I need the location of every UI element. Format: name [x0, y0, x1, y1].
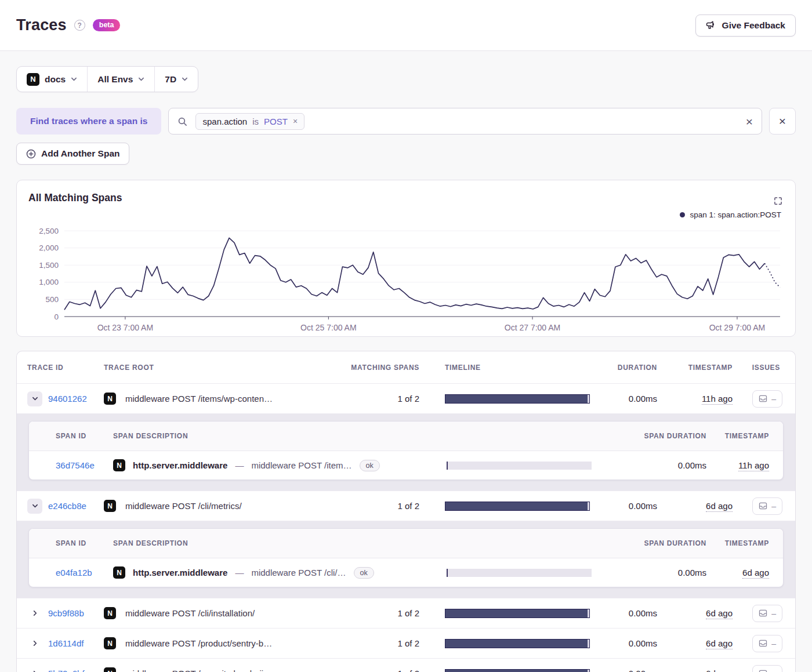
add-another-span-button[interactable]: Add Another Span	[16, 143, 129, 165]
traces-table: TRACE ID TRACE ROOT MATCHING SPANS TIMEL…	[16, 351, 796, 672]
nextjs-platform-icon	[113, 459, 125, 471]
table-header-row: TRACE ID TRACE ROOT MATCHING SPANS TIMEL…	[17, 351, 795, 383]
give-feedback-label: Give Feedback	[722, 20, 785, 31]
desc-separator: —	[235, 460, 244, 470]
span-row[interactable]: e04fa12b http.server.middleware — middle…	[29, 558, 783, 587]
trace-timeline-bar[interactable]	[445, 394, 590, 404]
matching-spans-count: 1 of 2	[303, 608, 419, 618]
span-timeline-bar[interactable]	[447, 569, 592, 577]
col-issues: ISSUES	[733, 364, 796, 372]
span-id-link[interactable]: e04fa12b	[56, 568, 92, 577]
issues-icon	[759, 639, 767, 648]
give-feedback-button[interactable]: Give Feedback	[695, 14, 796, 37]
trace-row[interactable]: 5b72a6bf middleware POST /security-legal…	[17, 658, 795, 672]
chevron-down-icon	[182, 76, 188, 82]
span-status-badge: ok	[354, 567, 374, 579]
chart-legend: span 1: span.action:POST	[680, 210, 781, 219]
span-description: middleware POST /item…	[251, 460, 351, 470]
trace-timestamp[interactable]: 6d ago	[706, 669, 733, 672]
expand-row-button[interactable]	[27, 666, 42, 672]
col-trace-root: TRACE ROOT	[104, 364, 303, 372]
issues-count-placeholder: –	[771, 639, 776, 648]
svg-text:Oct 27 7:00 AM: Oct 27 7:00 AM	[505, 323, 561, 332]
span-sub-table: SPAN ID SPAN DESCRIPTION SPAN DURATION T…	[28, 421, 784, 480]
trace-id-link[interactable]: 1d6114df	[48, 638, 84, 648]
issues-button[interactable]: –	[752, 665, 782, 672]
issues-button[interactable]: –	[752, 497, 782, 515]
trace-timeline-bar[interactable]	[445, 609, 590, 618]
col-span-timestamp: TIMESTAMP	[706, 539, 784, 547]
collapse-row-button[interactable]	[27, 499, 42, 514]
trace-timestamp[interactable]: 11h ago	[702, 394, 733, 405]
trace-id-link[interactable]: 94601262	[48, 394, 87, 404]
token-remove-icon[interactable]: ×	[293, 117, 298, 126]
trace-id-link[interactable]: 5b72a6bf	[48, 669, 85, 672]
trace-id-link[interactable]: 9cb9f88b	[48, 608, 84, 618]
span-timestamp[interactable]: 11h ago	[738, 460, 769, 471]
date-range-selector[interactable]: 7D	[154, 67, 198, 92]
span-timeline-bar[interactable]	[447, 462, 592, 470]
col-span-id: SPAN ID	[29, 432, 113, 440]
span-table-header: SPAN ID SPAN DESCRIPTION SPAN DURATION T…	[29, 529, 783, 558]
close-icon: ×	[779, 114, 786, 128]
span-sub-table: SPAN ID SPAN DESCRIPTION SPAN DURATION T…	[28, 528, 784, 587]
trace-timeline-bar[interactable]	[445, 502, 590, 511]
col-span-id: SPAN ID	[29, 539, 113, 547]
issues-button[interactable]: –	[752, 605, 782, 622]
matching-spans-count: 1 of 2	[303, 638, 419, 648]
span-table-header: SPAN ID SPAN DESCRIPTION SPAN DURATION T…	[29, 422, 783, 451]
span-id-link[interactable]: 36d7546e	[56, 460, 95, 470]
trace-root-label: middleware POST /security-legal-pii…	[125, 669, 272, 672]
span-search-input[interactable]: span.action is POST × ×	[168, 108, 762, 135]
trace-row[interactable]: 1d6114df middleware POST /product/sentry…	[17, 628, 795, 658]
search-filter-token[interactable]: span.action is POST ×	[195, 113, 304, 130]
issues-button[interactable]: –	[752, 390, 782, 408]
page-title: Traces	[16, 16, 67, 34]
svg-text:2,000: 2,000	[39, 244, 59, 252]
span-query-row: Find traces where a span is span.action …	[16, 108, 796, 135]
spans-timeseries-chart: 05001,0001,5002,0002,500Oct 23 7:00 AMOc…	[27, 224, 785, 340]
trace-row[interactable]: 94601262 middleware POST /items/wp-conte…	[17, 383, 795, 413]
trace-timestamp[interactable]: 6d ago	[706, 501, 733, 512]
span-row[interactable]: 36d7546e http.server.middleware — middle…	[29, 451, 783, 480]
span-status-badge: ok	[360, 460, 380, 471]
expanded-span-section: SPAN ID SPAN DESCRIPTION SPAN DURATION T…	[17, 521, 795, 598]
chevron-down-icon	[138, 76, 144, 82]
search-clear-icon[interactable]: ×	[746, 115, 753, 128]
legend-series-dot	[680, 212, 685, 217]
environment-selector[interactable]: All Envs	[87, 67, 154, 92]
chevron-down-icon	[71, 76, 77, 82]
issues-count-placeholder: –	[771, 502, 776, 511]
issues-button[interactable]: –	[752, 635, 782, 652]
col-duration: DURATION	[611, 364, 657, 372]
trace-row[interactable]: e246cb8e middleware POST /cli/metrics/ 1…	[17, 491, 795, 521]
help-icon[interactable]: ?	[74, 20, 85, 31]
trace-duration: 0.00ms	[611, 608, 657, 618]
col-timeline: TIMELINE	[419, 364, 611, 372]
trace-timestamp[interactable]: 6d ago	[706, 608, 733, 619]
nextjs-platform-icon	[104, 607, 116, 619]
svg-text:Oct 29 7:00 AM: Oct 29 7:00 AM	[709, 323, 766, 332]
beta-badge: beta	[93, 19, 121, 31]
trace-timeline-bar[interactable]	[445, 669, 590, 672]
expand-row-button[interactable]	[27, 606, 42, 621]
trace-timeline-bar[interactable]	[445, 639, 590, 648]
trace-id-link[interactable]: e246cb8e	[48, 501, 86, 511]
trace-timestamp[interactable]: 6d ago	[706, 638, 733, 649]
matching-spans-count: 1 of 2	[303, 669, 419, 672]
trace-root-label: middleware POST /cli/installation/	[125, 608, 255, 618]
token-operator: is	[252, 117, 259, 126]
environment-selector-label: All Envs	[97, 74, 133, 85]
expanded-span-section: SPAN ID SPAN DESCRIPTION SPAN DURATION T…	[17, 413, 795, 491]
project-selector[interactable]: docs	[17, 67, 87, 92]
svg-text:1,000: 1,000	[39, 278, 59, 286]
remove-span-filter-button[interactable]: ×	[769, 108, 796, 135]
span-duration: 0.00ms	[592, 568, 706, 577]
trace-row[interactable]: 9cb9f88b middleware POST /cli/installati…	[17, 598, 795, 628]
fullscreen-expand-icon[interactable]	[774, 197, 782, 205]
issues-icon	[759, 669, 767, 672]
expand-row-button[interactable]	[27, 636, 42, 651]
col-span-description: SPAN DESCRIPTION	[113, 539, 447, 547]
collapse-row-button[interactable]	[27, 391, 42, 406]
span-timestamp[interactable]: 6d ago	[742, 568, 769, 579]
